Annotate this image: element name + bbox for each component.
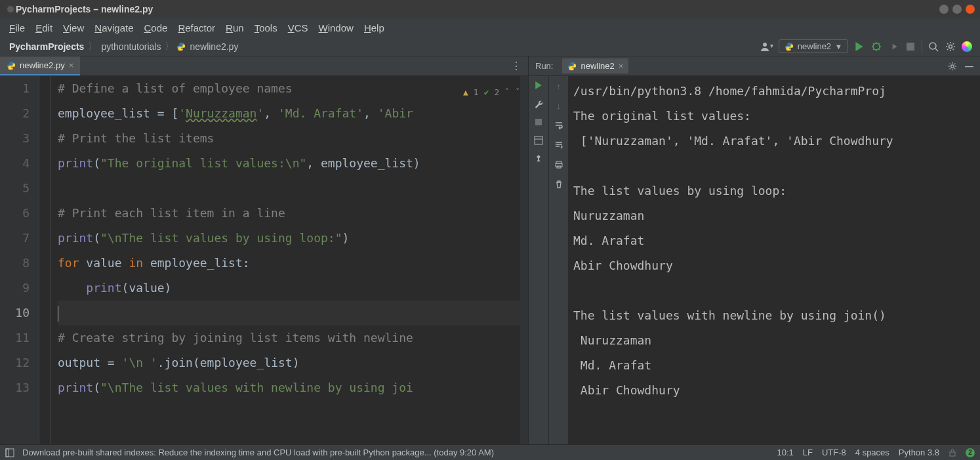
app-icon (5, 4, 16, 14)
breadcrumb-folder[interactable]: pythontutorials (100, 41, 162, 52)
tab-close-icon[interactable]: × (69, 60, 74, 70)
editor-pane: newline2.py × ⋮ 12345678910111213 # Defi… (0, 56, 529, 444)
editor-tabs: newline2.py × ⋮ (0, 56, 528, 76)
print-icon[interactable] (553, 159, 565, 171)
indent-setting[interactable]: 4 spaces (855, 448, 889, 457)
check-icon: ✔ (484, 80, 489, 105)
window-maximize-button[interactable] (952, 5, 962, 14)
breadcrumb-root[interactable]: PycharmProjects (8, 41, 85, 52)
run-tab[interactable]: newline2 × (562, 58, 628, 73)
hide-tool-window-icon[interactable]: — (965, 61, 973, 71)
editor-tab-menu-icon[interactable]: ⋮ (504, 60, 528, 72)
caret-position[interactable]: 10:1 (777, 448, 793, 457)
svg-point-9 (951, 64, 954, 67)
code-area[interactable]: # Define a list of employee namesemploye… (51, 76, 520, 444)
pass-count: 2 (495, 80, 500, 105)
run-config-name: newline2 (798, 41, 831, 51)
debug-button[interactable] (870, 41, 882, 52)
search-icon[interactable] (928, 41, 939, 52)
scroll-to-end-icon[interactable] (553, 139, 565, 151)
stop-button[interactable] (905, 41, 916, 52)
soft-wrap-icon[interactable] (553, 119, 565, 131)
ide-logo-icon[interactable] (962, 41, 972, 52)
svg-point-8 (949, 45, 952, 48)
editor-tab-label: newline2.py (20, 60, 65, 70)
chevron-down-icon[interactable]: ˇ (515, 80, 520, 105)
svg-rect-18 (950, 452, 955, 456)
settings-icon[interactable] (945, 41, 956, 52)
navigation-toolbar: PycharmProjects 〉 pythontutorials 〉 newl… (0, 37, 980, 56)
code-editor[interactable]: 12345678910111213 # Define a list of emp… (0, 76, 528, 444)
layout-icon[interactable] (533, 135, 544, 146)
menu-tools[interactable]: Tools (251, 21, 281, 35)
svg-rect-17 (6, 449, 9, 457)
chevron-up-icon[interactable]: ˆ (504, 80, 510, 105)
wrench-icon[interactable] (533, 98, 544, 109)
down-arrow-icon[interactable]: ↓ (553, 100, 565, 112)
warning-count: 1 (474, 80, 479, 105)
python-interpreter[interactable]: Python 3.8 (899, 448, 939, 457)
python-file-icon (7, 61, 16, 70)
run-label: Run: (535, 61, 553, 71)
window-close-button[interactable] (966, 5, 975, 14)
user-add-icon[interactable]: ▾ (760, 41, 773, 52)
window-minimize-button[interactable] (939, 5, 949, 14)
menu-code[interactable]: Code (140, 21, 172, 35)
run-tab-close-icon[interactable]: × (619, 61, 624, 71)
svg-point-7 (929, 43, 936, 49)
svg-rect-6 (907, 43, 914, 51)
python-file-icon (567, 62, 577, 71)
inspection-widget[interactable]: ▲1 ✔2 ˆ ˇ (463, 80, 520, 105)
window-title: PycharmProjects – newline2.py (16, 4, 935, 14)
status-message[interactable]: Download pre-built shared indexes: Reduc… (22, 448, 494, 457)
run-button[interactable] (853, 41, 865, 52)
run-toolbar-left2: ↑ ↓ (548, 76, 568, 444)
breadcrumb: PycharmProjects 〉 pythontutorials 〉 newl… (8, 41, 239, 52)
statusbar: Download pre-built shared indexes: Reduc… (0, 444, 980, 460)
up-arrow-icon[interactable]: ↑ (553, 80, 565, 92)
python-file-icon (785, 42, 794, 51)
stop-button[interactable] (533, 117, 544, 127)
menu-navigate[interactable]: Navigate (91, 21, 137, 35)
svg-rect-10 (535, 119, 542, 125)
menu-file[interactable]: File (5, 21, 29, 35)
python-file-icon (176, 42, 186, 51)
svg-rect-5 (889, 42, 893, 51)
svg-text:▾: ▾ (770, 42, 773, 49)
line-ending[interactable]: LF (803, 448, 813, 457)
trash-icon[interactable] (553, 178, 565, 190)
menu-run[interactable]: Run (222, 21, 248, 35)
menubar: FileEditViewNavigateCodeRefactorRunTools… (0, 18, 980, 37)
run-coverage-button[interactable] (888, 41, 899, 52)
rerun-button[interactable] (533, 80, 544, 91)
readonly-lock-icon[interactable] (949, 449, 956, 457)
run-tool-window: Run: newline2 × — ↑ (529, 56, 980, 444)
breadcrumb-file[interactable]: newline2.py (188, 41, 239, 52)
tool-windows-icon[interactable] (5, 448, 14, 457)
menu-edit[interactable]: Edit (31, 21, 56, 35)
menu-refactor[interactable]: Refactor (174, 21, 219, 35)
run-settings-icon[interactable] (947, 60, 958, 72)
console-output[interactable]: /usr/bin/python3.8 /home/fahmida/Pycharm… (568, 76, 980, 444)
chevron-right-icon: 〉 (88, 41, 97, 52)
run-config-selector[interactable]: newline2 ▼ (779, 39, 848, 53)
svg-rect-11 (535, 136, 542, 144)
titlebar: PycharmProjects – newline2.py (0, 0, 980, 18)
file-encoding[interactable]: UTF-8 (822, 448, 846, 457)
svg-rect-16 (6, 449, 14, 457)
run-header: Run: newline2 × — (529, 56, 980, 76)
svg-point-2 (763, 43, 767, 47)
svg-point-1 (7, 6, 14, 12)
run-toolbar-left (529, 76, 548, 444)
editor-tab-newline2[interactable]: newline2.py × (0, 56, 80, 75)
chevron-down-icon: ▼ (835, 43, 842, 51)
notifications-badge[interactable]: 2 (966, 448, 975, 457)
pin-icon[interactable] (533, 154, 544, 164)
menu-window[interactable]: Window (315, 21, 357, 35)
run-tab-label: newline2 (581, 61, 614, 71)
menu-vcs[interactable]: VCS (284, 21, 312, 35)
menu-help[interactable]: Help (360, 21, 388, 35)
menu-view[interactable]: View (59, 21, 88, 35)
chevron-right-icon: 〉 (165, 41, 174, 52)
editor-scrollbar[interactable] (520, 76, 528, 444)
